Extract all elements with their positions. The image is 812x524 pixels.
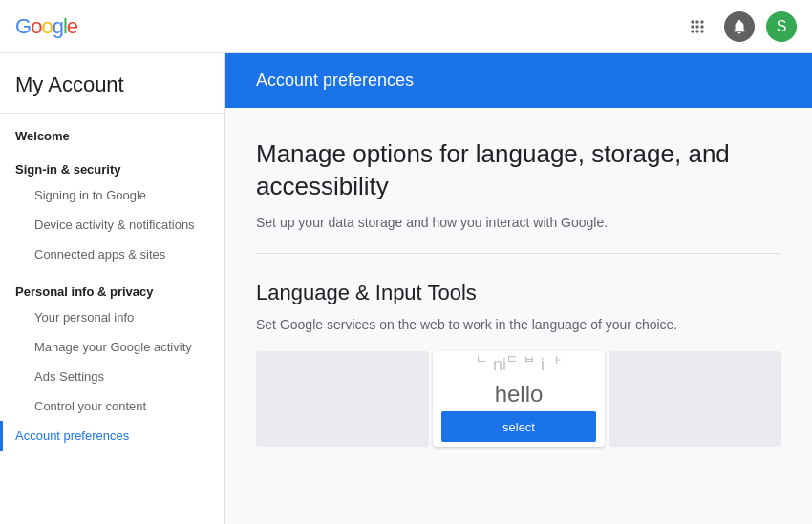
notifications-icon[interactable]: [724, 11, 755, 42]
intro-desc: Set up your data storage and how you int…: [256, 215, 781, 230]
sidebar-item-signing-in[interactable]: Signing in to Google: [0, 180, 224, 210]
main-content-area: Manage options for language, storage, an…: [225, 108, 812, 447]
header-left: Google: [15, 14, 77, 39]
lang-box-right: [609, 351, 781, 447]
sidebar-item-control-content[interactable]: Control your content: [0, 391, 224, 421]
lang-box-left: [256, 351, 429, 447]
sidebar-item-ads-settings[interactable]: Ads Settings: [0, 362, 224, 391]
main-header-bar: Account preferences: [225, 53, 812, 108]
logo-letter-o2: o: [41, 14, 52, 39]
sidebar-section-personal: Personal info & privacy: [0, 269, 224, 303]
logo-letter-g: G: [15, 14, 31, 39]
main-content: Account preferences Manage options for l…: [225, 53, 812, 524]
language-section-desc: Set Google services on the web to work i…: [256, 317, 781, 332]
logo-letter-g2: g: [53, 14, 63, 39]
google-logo: Google: [15, 14, 77, 39]
sidebar-item-connected-apps[interactable]: Connected apps & sites: [0, 240, 224, 269]
sidebar-section-welcome: Welcome: [0, 114, 224, 147]
logo-letter-o1: o: [31, 14, 41, 39]
sidebar: My Account Welcome Sign-in & security Si…: [0, 53, 225, 524]
sidebar-item-personal-info[interactable]: Your personal info: [0, 303, 224, 332]
sidebar-section-account-prefs[interactable]: Account preferences: [0, 421, 224, 451]
logo-letter-e: e: [67, 14, 77, 39]
app-header: Google S: [0, 0, 812, 53]
foreign-text: ᄂniᄃᄇiᅡ: [476, 355, 562, 375]
hello-text: hello: [495, 381, 544, 408]
apps-grid-icon[interactable]: [682, 11, 713, 42]
main-header-title: Account preferences: [256, 71, 781, 91]
avatar-letter: S: [777, 18, 787, 35]
sidebar-item-device-activity[interactable]: Device activity & notifications: [0, 210, 224, 240]
section-divider: [256, 253, 781, 254]
header-right: S: [682, 11, 797, 42]
sidebar-section-signin: Sign-in & security: [0, 147, 224, 180]
lang-box-center: ᄂniᄃᄇiᅡ hello select: [433, 351, 606, 447]
language-illustration: ᄂniᄃᄇiᅡ hello select: [256, 351, 781, 447]
language-section-title: Language & Input Tools: [256, 281, 781, 305]
sidebar-title: My Account: [0, 53, 224, 114]
sidebar-item-google-activity[interactable]: Manage your Google activity: [0, 332, 224, 362]
body-container: My Account Welcome Sign-in & security Si…: [0, 53, 812, 524]
select-button[interactable]: select: [441, 411, 597, 442]
user-avatar[interactable]: S: [766, 11, 797, 42]
intro-title: Manage options for language, storage, an…: [256, 138, 781, 203]
